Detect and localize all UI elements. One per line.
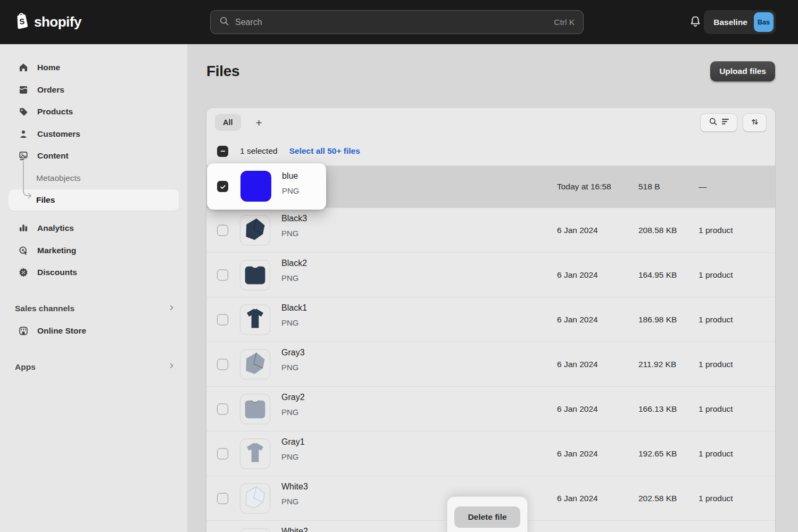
sidebar-item-content[interactable]: Content xyxy=(9,145,179,167)
file-name: Gray2 xyxy=(281,393,305,402)
sort-button[interactable] xyxy=(743,113,767,132)
sidebar-item-metaobjects[interactable]: Metaobjects xyxy=(9,168,179,189)
section-label: Sales channels xyxy=(15,304,74,313)
search-icon xyxy=(219,16,229,28)
sidebar-item-home[interactable]: Home xyxy=(9,57,179,78)
row-checkbox[interactable] xyxy=(217,269,228,280)
marketing-icon xyxy=(18,245,29,256)
sidebar-item-customers[interactable]: Customers xyxy=(9,123,179,145)
sidebar-item-label: Home xyxy=(37,63,60,72)
file-date: 6 Jan 2024 xyxy=(557,270,598,280)
search-and-filter-button[interactable] xyxy=(700,113,737,132)
row-checkbox-checked[interactable] xyxy=(217,181,228,192)
table-row[interactable]: Black3PNG6 Jan 2024208.58 KB1 product xyxy=(206,208,775,253)
file-size: 164.95 KB xyxy=(638,270,677,280)
filter-lines-icon xyxy=(721,118,729,127)
file-name: White3 xyxy=(281,482,308,492)
sidebar-section-apps[interactable]: Apps xyxy=(9,356,179,378)
sidebar-item-label: Metaobjects xyxy=(36,173,81,183)
selection-header: 1 selected Select all 50+ files xyxy=(206,137,775,166)
file-thumbnail xyxy=(240,215,270,245)
file-date: 6 Jan 2024 xyxy=(557,315,598,325)
global-search-input[interactable]: Search Ctrl K xyxy=(210,10,584,34)
online-store-icon xyxy=(18,326,29,336)
row-checkbox[interactable] xyxy=(217,403,228,414)
file-name: Gray3 xyxy=(281,348,305,358)
store-menu-button[interactable]: Baseline Bas xyxy=(704,10,776,34)
products-icon xyxy=(18,106,29,117)
select-all-link[interactable]: Select all 50+ files xyxy=(289,146,360,156)
sidebar-item-files[interactable]: Files xyxy=(9,189,179,211)
analytics-icon xyxy=(18,223,29,234)
delete-popover: Delete file xyxy=(447,496,528,532)
divider xyxy=(0,342,187,355)
shopify-logo[interactable]: S shopify xyxy=(15,0,81,44)
row-checkbox[interactable] xyxy=(217,225,228,236)
files-table-card: All + 1 selected Select all 50+ files To xyxy=(206,108,775,532)
sidebar: Home Orders Products Customers Content M… xyxy=(0,44,187,532)
chevron-right-icon xyxy=(168,362,176,372)
file-name: Black3 xyxy=(281,214,307,223)
table-row[interactable]: Gray3PNG6 Jan 2024211.92 KB1 product xyxy=(206,342,775,387)
file-date: 6 Jan 2024 xyxy=(557,494,598,503)
topbar: S shopify Search Ctrl K Baseline Bas xyxy=(0,0,798,44)
file-size: 202.58 KB xyxy=(638,494,677,503)
table-toolbar: All + xyxy=(206,108,775,137)
sidebar-item-products[interactable]: Products xyxy=(9,101,179,122)
file-thumbnail xyxy=(240,304,270,335)
file-thumbnail xyxy=(240,171,271,202)
select-all-checkbox[interactable] xyxy=(217,146,228,157)
file-date: 6 Jan 2024 xyxy=(557,226,598,235)
content-icon xyxy=(18,151,29,161)
sidebar-item-online-store[interactable]: Online Store xyxy=(9,320,179,342)
table-row[interactable]: Gray1PNG6 Jan 2024192.65 KB1 product xyxy=(206,431,775,476)
file-thumbnail xyxy=(240,394,270,424)
file-references: — xyxy=(699,182,707,192)
sidebar-item-orders[interactable]: Orders xyxy=(9,79,179,101)
sidebar-item-label: Online Store xyxy=(37,326,86,336)
dragged-file-card[interactable]: blue PNG xyxy=(207,163,326,210)
file-type: PNG xyxy=(282,186,300,195)
sidebar-item-label: Marketing xyxy=(37,246,76,255)
sidebar-item-discounts[interactable]: Discounts xyxy=(9,262,179,283)
sidebar-item-label: Discounts xyxy=(37,268,77,277)
row-checkbox[interactable] xyxy=(217,448,228,459)
file-thumbnail xyxy=(240,260,270,290)
page-title: Files xyxy=(206,63,239,80)
sidebar-item-label: Analytics xyxy=(37,223,74,233)
sidebar-section-sales-channels[interactable]: Sales channels xyxy=(9,298,179,319)
main-content: Files Upload files All + 1 sel xyxy=(187,44,798,532)
add-view-button[interactable]: + xyxy=(252,115,267,130)
table-row[interactable]: Black1PNG6 Jan 2024186.98 KB1 product xyxy=(206,297,775,342)
upload-files-button[interactable]: Upload files xyxy=(710,61,775,81)
file-rows: Today at 16:58518 B— Black3PNG6 Jan 2024… xyxy=(206,166,775,532)
row-checkbox[interactable] xyxy=(217,359,228,370)
row-checkbox[interactable] xyxy=(217,314,228,325)
file-thumbnail xyxy=(240,483,270,513)
sidebar-item-label: Files xyxy=(36,195,55,205)
file-name: White2 xyxy=(281,527,308,532)
file-references: 1 product xyxy=(699,449,733,459)
section-label: Apps xyxy=(15,362,36,372)
discounts-icon xyxy=(18,267,29,278)
store-avatar: Bas xyxy=(754,12,774,32)
tab-all[interactable]: All xyxy=(215,114,241,131)
home-icon xyxy=(18,62,29,73)
file-references: 1 product xyxy=(699,270,733,280)
file-references: 1 product xyxy=(699,315,733,325)
file-name: Black2 xyxy=(281,259,307,268)
row-checkbox[interactable] xyxy=(217,493,228,504)
file-references: 1 product xyxy=(699,226,733,235)
orders-icon xyxy=(18,85,29,95)
sidebar-item-analytics[interactable]: Analytics xyxy=(9,218,179,239)
sort-arrows-icon xyxy=(750,117,760,128)
table-row[interactable]: Black2PNG6 Jan 2024164.95 KB1 product xyxy=(206,253,775,297)
store-name: Baseline xyxy=(713,18,747,27)
sidebar-item-marketing[interactable]: Marketing xyxy=(9,240,179,261)
file-references: 1 product xyxy=(699,494,733,503)
table-row[interactable]: Gray2PNG6 Jan 2024166.13 KB1 product xyxy=(206,387,775,431)
file-type: PNG xyxy=(281,273,307,282)
svg-text:S: S xyxy=(19,17,25,26)
delete-file-button[interactable]: Delete file xyxy=(454,506,520,528)
notifications-bell-icon[interactable] xyxy=(688,15,702,29)
